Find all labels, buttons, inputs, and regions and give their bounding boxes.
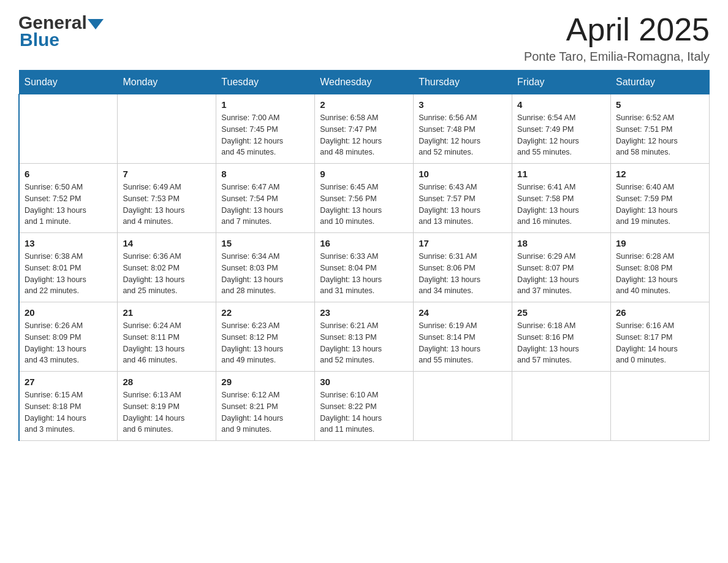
calendar-cell: 20Sunrise: 6:26 AM Sunset: 8:09 PM Dayli… bbox=[19, 302, 118, 372]
calendar-cell bbox=[414, 372, 512, 441]
calendar-header-monday: Monday bbox=[118, 71, 216, 94]
day-number: 17 bbox=[419, 238, 507, 248]
day-info: Sunrise: 6:21 AM Sunset: 8:13 PM Dayligh… bbox=[320, 320, 408, 366]
logo: General Blue bbox=[18, 12, 104, 50]
calendar-cell: 10Sunrise: 6:43 AM Sunset: 7:57 PM Dayli… bbox=[414, 164, 512, 233]
calendar-cell: 2Sunrise: 6:58 AM Sunset: 7:47 PM Daylig… bbox=[315, 94, 414, 164]
day-number: 13 bbox=[25, 238, 112, 248]
calendar-cell bbox=[512, 372, 611, 441]
logo-blue-text: Blue bbox=[20, 29, 59, 50]
day-info: Sunrise: 6:50 AM Sunset: 7:52 PM Dayligh… bbox=[25, 182, 112, 228]
day-info: Sunrise: 6:56 AM Sunset: 7:48 PM Dayligh… bbox=[419, 112, 507, 158]
calendar-cell: 13Sunrise: 6:38 AM Sunset: 8:01 PM Dayli… bbox=[19, 233, 118, 302]
page-header: General Blue April 2025 Ponte Taro, Emil… bbox=[18, 12, 710, 64]
day-info: Sunrise: 6:49 AM Sunset: 7:53 PM Dayligh… bbox=[123, 182, 211, 228]
day-info: Sunrise: 6:33 AM Sunset: 8:04 PM Dayligh… bbox=[320, 251, 408, 297]
day-info: Sunrise: 6:41 AM Sunset: 7:58 PM Dayligh… bbox=[517, 182, 605, 228]
calendar-cell: 11Sunrise: 6:41 AM Sunset: 7:58 PM Dayli… bbox=[512, 164, 611, 233]
day-number: 20 bbox=[25, 307, 112, 318]
calendar-body: 1Sunrise: 7:00 AM Sunset: 7:45 PM Daylig… bbox=[19, 94, 710, 441]
day-number: 24 bbox=[419, 307, 507, 318]
calendar-cell: 4Sunrise: 6:54 AM Sunset: 7:49 PM Daylig… bbox=[512, 94, 611, 164]
day-info: Sunrise: 6:54 AM Sunset: 7:49 PM Dayligh… bbox=[517, 112, 605, 158]
day-number: 27 bbox=[25, 377, 112, 387]
day-info: Sunrise: 6:23 AM Sunset: 8:12 PM Dayligh… bbox=[221, 320, 309, 366]
calendar-cell bbox=[19, 94, 118, 164]
day-number: 1 bbox=[221, 99, 309, 110]
day-info: Sunrise: 6:52 AM Sunset: 7:51 PM Dayligh… bbox=[616, 112, 704, 158]
calendar-cell: 7Sunrise: 6:49 AM Sunset: 7:53 PM Daylig… bbox=[118, 164, 216, 233]
day-number: 15 bbox=[221, 238, 309, 248]
day-number: 21 bbox=[123, 307, 211, 318]
day-number: 25 bbox=[517, 307, 605, 318]
day-number: 30 bbox=[320, 377, 408, 387]
calendar-week-4: 20Sunrise: 6:26 AM Sunset: 8:09 PM Dayli… bbox=[19, 302, 710, 372]
day-info: Sunrise: 6:43 AM Sunset: 7:57 PM Dayligh… bbox=[419, 182, 507, 228]
day-info: Sunrise: 6:16 AM Sunset: 8:17 PM Dayligh… bbox=[616, 320, 704, 366]
calendar-header-wednesday: Wednesday bbox=[315, 71, 414, 94]
day-number: 18 bbox=[517, 238, 605, 248]
day-number: 10 bbox=[419, 169, 507, 179]
calendar-cell: 28Sunrise: 6:13 AM Sunset: 8:19 PM Dayli… bbox=[118, 372, 216, 441]
day-info: Sunrise: 6:45 AM Sunset: 7:56 PM Dayligh… bbox=[320, 182, 408, 228]
calendar-table: SundayMondayTuesdayWednesdayThursdayFrid… bbox=[18, 70, 710, 441]
logo-arrow-icon bbox=[88, 19, 104, 29]
calendar-cell: 15Sunrise: 6:34 AM Sunset: 8:03 PM Dayli… bbox=[216, 233, 315, 302]
calendar-week-5: 27Sunrise: 6:15 AM Sunset: 8:18 PM Dayli… bbox=[19, 372, 710, 441]
day-info: Sunrise: 6:31 AM Sunset: 8:06 PM Dayligh… bbox=[419, 251, 507, 297]
calendar-cell bbox=[611, 372, 710, 441]
day-number: 5 bbox=[616, 99, 704, 110]
day-info: Sunrise: 6:40 AM Sunset: 7:59 PM Dayligh… bbox=[616, 182, 704, 228]
calendar-header-saturday: Saturday bbox=[611, 71, 710, 94]
day-info: Sunrise: 6:28 AM Sunset: 8:08 PM Dayligh… bbox=[616, 251, 704, 297]
day-info: Sunrise: 6:24 AM Sunset: 8:11 PM Dayligh… bbox=[123, 320, 211, 366]
calendar-cell: 6Sunrise: 6:50 AM Sunset: 7:52 PM Daylig… bbox=[19, 164, 118, 233]
calendar-cell: 16Sunrise: 6:33 AM Sunset: 8:04 PM Dayli… bbox=[315, 233, 414, 302]
day-number: 28 bbox=[123, 377, 211, 387]
calendar-header-thursday: Thursday bbox=[414, 71, 512, 94]
day-info: Sunrise: 6:36 AM Sunset: 8:02 PM Dayligh… bbox=[123, 251, 211, 297]
day-info: Sunrise: 6:34 AM Sunset: 8:03 PM Dayligh… bbox=[221, 251, 309, 297]
calendar-cell: 9Sunrise: 6:45 AM Sunset: 7:56 PM Daylig… bbox=[315, 164, 414, 233]
calendar-cell: 5Sunrise: 6:52 AM Sunset: 7:51 PM Daylig… bbox=[611, 94, 710, 164]
calendar-cell: 27Sunrise: 6:15 AM Sunset: 8:18 PM Dayli… bbox=[19, 372, 118, 441]
calendar-cell: 3Sunrise: 6:56 AM Sunset: 7:48 PM Daylig… bbox=[414, 94, 512, 164]
calendar-cell: 25Sunrise: 6:18 AM Sunset: 8:16 PM Dayli… bbox=[512, 302, 611, 372]
day-info: Sunrise: 6:12 AM Sunset: 8:21 PM Dayligh… bbox=[221, 389, 309, 435]
day-info: Sunrise: 6:15 AM Sunset: 8:18 PM Dayligh… bbox=[25, 389, 112, 435]
calendar-week-1: 1Sunrise: 7:00 AM Sunset: 7:45 PM Daylig… bbox=[19, 94, 710, 164]
day-number: 7 bbox=[123, 169, 211, 179]
day-number: 2 bbox=[320, 99, 408, 110]
calendar-cell: 18Sunrise: 6:29 AM Sunset: 8:07 PM Dayli… bbox=[512, 233, 611, 302]
title-block: April 2025 Ponte Taro, Emilia-Romagna, I… bbox=[524, 12, 710, 64]
calendar-cell: 30Sunrise: 6:10 AM Sunset: 8:22 PM Dayli… bbox=[315, 372, 414, 441]
calendar-header: SundayMondayTuesdayWednesdayThursdayFrid… bbox=[19, 71, 710, 94]
calendar-cell: 23Sunrise: 6:21 AM Sunset: 8:13 PM Dayli… bbox=[315, 302, 414, 372]
calendar-header-tuesday: Tuesday bbox=[216, 71, 315, 94]
day-number: 4 bbox=[517, 99, 605, 110]
calendar-cell: 1Sunrise: 7:00 AM Sunset: 7:45 PM Daylig… bbox=[216, 94, 315, 164]
calendar-header-friday: Friday bbox=[512, 71, 611, 94]
day-number: 11 bbox=[517, 169, 605, 179]
calendar-cell: 26Sunrise: 6:16 AM Sunset: 8:17 PM Dayli… bbox=[611, 302, 710, 372]
subtitle: Ponte Taro, Emilia-Romagna, Italy bbox=[524, 50, 710, 64]
day-info: Sunrise: 6:47 AM Sunset: 7:54 PM Dayligh… bbox=[221, 182, 309, 228]
day-number: 29 bbox=[221, 377, 309, 387]
calendar-week-3: 13Sunrise: 6:38 AM Sunset: 8:01 PM Dayli… bbox=[19, 233, 710, 302]
day-number: 14 bbox=[123, 238, 211, 248]
calendar-cell: 22Sunrise: 6:23 AM Sunset: 8:12 PM Dayli… bbox=[216, 302, 315, 372]
calendar-week-2: 6Sunrise: 6:50 AM Sunset: 7:52 PM Daylig… bbox=[19, 164, 710, 233]
day-info: Sunrise: 6:58 AM Sunset: 7:47 PM Dayligh… bbox=[320, 112, 408, 158]
calendar-cell: 19Sunrise: 6:28 AM Sunset: 8:08 PM Dayli… bbox=[611, 233, 710, 302]
day-info: Sunrise: 6:10 AM Sunset: 8:22 PM Dayligh… bbox=[320, 389, 408, 435]
day-info: Sunrise: 6:13 AM Sunset: 8:19 PM Dayligh… bbox=[123, 389, 211, 435]
calendar-cell: 29Sunrise: 6:12 AM Sunset: 8:21 PM Dayli… bbox=[216, 372, 315, 441]
calendar-cell: 24Sunrise: 6:19 AM Sunset: 8:14 PM Dayli… bbox=[414, 302, 512, 372]
day-number: 19 bbox=[616, 238, 704, 248]
day-number: 9 bbox=[320, 169, 408, 179]
day-number: 23 bbox=[320, 307, 408, 318]
day-number: 6 bbox=[25, 169, 112, 179]
calendar-cell: 8Sunrise: 6:47 AM Sunset: 7:54 PM Daylig… bbox=[216, 164, 315, 233]
calendar-cell: 17Sunrise: 6:31 AM Sunset: 8:06 PM Dayli… bbox=[414, 233, 512, 302]
calendar-header-sunday: Sunday bbox=[19, 71, 118, 94]
